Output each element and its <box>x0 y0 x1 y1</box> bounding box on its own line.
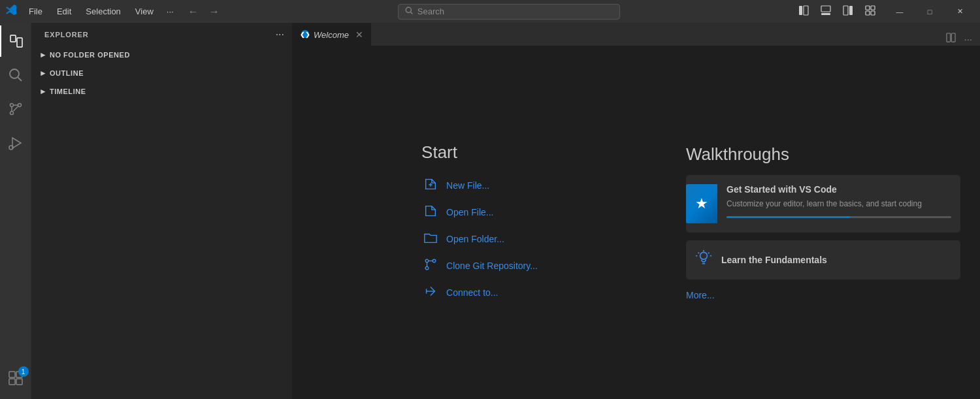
sidebar-item-outline[interactable]: ► OUTLINE <box>31 64 292 82</box>
svg-text:❮❯: ❮❯ <box>301 31 310 39</box>
svg-point-17 <box>18 104 21 107</box>
search-placeholder: Search <box>417 7 444 16</box>
fundamentals-title: Learn the Fundamentals <box>721 255 827 265</box>
svg-rect-7 <box>849 6 853 15</box>
editor-actions: ··· <box>943 31 980 46</box>
activity-run[interactable] <box>0 127 31 159</box>
start-title: Start <box>421 142 538 163</box>
menu-more[interactable]: ··· <box>161 4 179 19</box>
extensions-badge: 1 <box>18 366 29 377</box>
svg-rect-5 <box>821 13 830 15</box>
svg-rect-13 <box>17 38 22 47</box>
open-file-label: Open File... <box>446 207 493 217</box>
svg-rect-10 <box>866 11 870 15</box>
titlebar-actions <box>794 4 879 19</box>
menu-file[interactable]: File <box>22 4 49 19</box>
clone-git-icon <box>421 257 440 275</box>
svg-point-36 <box>700 252 708 259</box>
tab-bar: ❮❯ Welcome ✕ ··· <box>293 23 980 46</box>
search-icon <box>405 7 414 17</box>
sidebar-label-no-folder: NO FOLDER OPENED <box>50 51 130 59</box>
activity-explorer[interactable] <box>0 25 31 57</box>
svg-line-41 <box>708 253 710 254</box>
clone-git-label: Clone Git Repository... <box>446 261 538 271</box>
nav-back-button[interactable]: ← <box>184 5 203 19</box>
svg-rect-21 <box>9 372 15 377</box>
layout-btn-2[interactable] <box>817 4 835 19</box>
layout-btn-3[interactable] <box>839 4 857 19</box>
svg-marker-19 <box>12 138 21 148</box>
tab-icon: ❮❯ <box>301 29 310 40</box>
start-section: Start New File... <box>293 46 666 399</box>
svg-rect-23 <box>9 379 15 385</box>
open-folder-icon <box>421 231 440 248</box>
menu-view[interactable]: View <box>129 4 160 19</box>
sidebar-header: EXPLORER ··· <box>31 23 292 46</box>
maximize-button[interactable]: □ <box>915 0 945 23</box>
sidebar-arrow-timeline: ► <box>39 87 47 96</box>
star-icon: ★ <box>695 195 708 212</box>
sidebar-arrow-outline: ► <box>39 69 47 78</box>
layout-btn-1[interactable] <box>794 4 813 19</box>
main-area: 1 EXPLORER ··· ► NO FOLDER OPENED ► OUTL… <box>0 23 980 399</box>
walkthroughs-title: Walkthroughs <box>686 144 960 165</box>
welcome-tab[interactable]: ❮❯ Welcome ✕ <box>293 23 372 46</box>
svg-point-14 <box>10 69 19 78</box>
get-started-title: Get Started with VS Code <box>727 184 951 195</box>
vscode-logo <box>5 4 17 19</box>
more-link[interactable]: More... <box>686 290 960 300</box>
connect-label: Connect to... <box>446 287 498 298</box>
tab-close-button[interactable]: ✕ <box>355 29 363 40</box>
connect-icon <box>421 284 440 302</box>
walkthroughs-section: Walkthroughs ★ Get Started with VS Code … <box>666 46 980 399</box>
search-box[interactable]: Search <box>398 4 620 20</box>
bulb-icon <box>695 249 712 270</box>
close-button[interactable]: ✕ <box>945 0 975 23</box>
svg-rect-12 <box>10 35 16 42</box>
get-started-progress-bar-bg <box>727 216 951 218</box>
sidebar-more-button[interactable]: ··· <box>276 29 284 40</box>
sidebar-item-timeline[interactable]: ► TIMELINE <box>31 82 292 101</box>
activity-bar: 1 <box>0 23 31 399</box>
activity-search[interactable] <box>0 59 31 91</box>
get-started-text: Get Started with VS Code Customize your … <box>725 184 951 218</box>
open-folder-item[interactable]: Open Folder... <box>421 229 538 249</box>
svg-rect-28 <box>952 33 956 42</box>
svg-rect-3 <box>804 6 808 15</box>
svg-line-15 <box>18 78 22 82</box>
svg-point-18 <box>10 104 13 107</box>
nav-forward-button[interactable]: → <box>205 5 223 19</box>
activity-extensions[interactable]: 1 <box>0 362 31 394</box>
minimize-button[interactable]: — <box>885 0 915 23</box>
editor-area: ❮❯ Welcome ✕ ··· Start <box>293 23 980 399</box>
menu-edit[interactable]: Edit <box>50 4 78 19</box>
menu-bar: File Edit Selection View ··· <box>22 4 179 19</box>
svg-point-31 <box>425 266 429 270</box>
svg-point-33 <box>425 259 429 263</box>
fundamentals-card[interactable]: Learn the Fundamentals <box>686 240 960 279</box>
sidebar-label-timeline: TIMELINE <box>50 88 86 95</box>
get-started-progress-bar <box>727 216 850 218</box>
split-editor-button[interactable] <box>943 31 958 46</box>
connect-item[interactable]: Connect to... <box>421 283 538 303</box>
more-actions-button[interactable]: ··· <box>961 32 975 46</box>
get-started-card[interactable]: ★ Get Started with VS Code Customize you… <box>686 175 960 232</box>
svg-rect-11 <box>871 11 875 15</box>
svg-rect-27 <box>947 33 951 42</box>
sidebar-title: EXPLORER <box>44 31 89 39</box>
open-file-item[interactable]: Open File... <box>421 202 538 223</box>
sidebar: EXPLORER ··· ► NO FOLDER OPENED ► OUTLIN… <box>31 23 293 399</box>
menu-selection[interactable]: Selection <box>79 4 127 19</box>
layout-btn-4[interactable] <box>861 4 879 19</box>
open-file-icon <box>421 204 440 221</box>
sidebar-label-outline: OUTLINE <box>50 69 84 77</box>
activity-source-control[interactable] <box>0 93 31 125</box>
get-started-desc: Customize your editor, learn the basics,… <box>727 199 951 210</box>
sidebar-item-no-folder[interactable]: ► NO FOLDER OPENED <box>31 46 292 64</box>
sidebar-arrow-no-folder: ► <box>39 50 47 59</box>
new-file-item[interactable]: New File... <box>421 176 538 196</box>
new-file-icon <box>421 177 440 195</box>
window-buttons: — □ ✕ <box>885 0 975 23</box>
svg-rect-9 <box>871 6 875 10</box>
clone-git-item[interactable]: Clone Git Repository... <box>421 256 538 276</box>
